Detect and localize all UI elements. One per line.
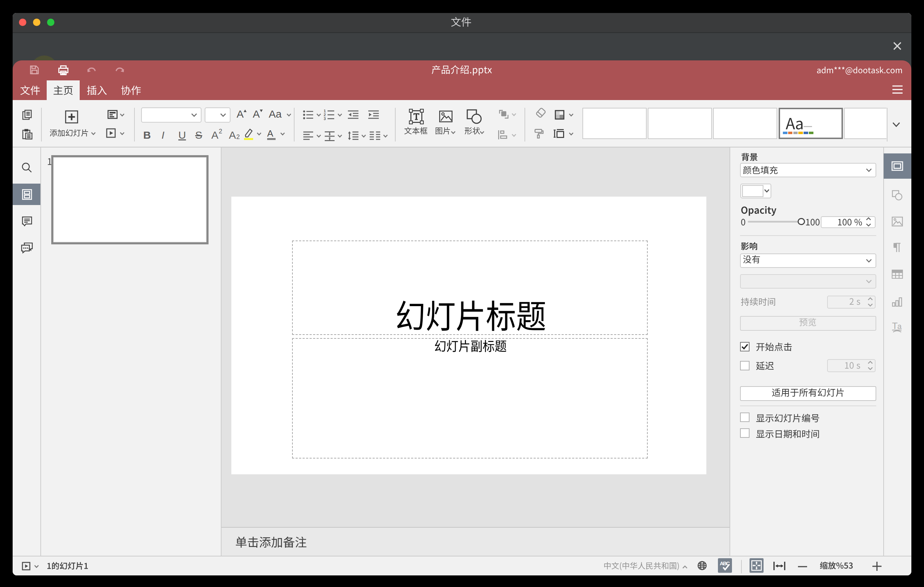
svg-text:A: A xyxy=(267,128,274,139)
svg-text:a: a xyxy=(897,322,902,331)
svg-text:3: 3 xyxy=(324,117,326,121)
svg-text:T: T xyxy=(892,320,898,331)
